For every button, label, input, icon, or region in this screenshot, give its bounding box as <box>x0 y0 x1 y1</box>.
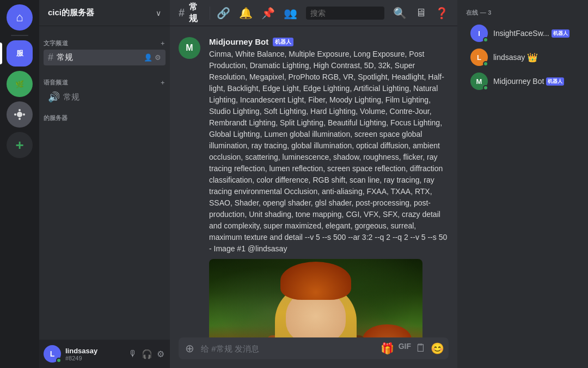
gif-icon[interactable]: GIF <box>399 342 411 355</box>
message-body-text: Cinma, White Balance, Multiple Exposure,… <box>209 50 447 253</box>
channel-name-voice: 常规 <box>63 92 161 102</box>
member-avatar-insightfaceswap: I <box>470 25 488 42</box>
help-icon[interactable]: ❓ <box>435 7 449 20</box>
crown-badge-icon: 👑 <box>527 52 538 63</box>
svg-point-2 <box>23 113 25 116</box>
svg-point-4 <box>14 113 16 116</box>
member-info-insightfaceswap: InsightFaceSw... 机器人 <box>493 29 575 38</box>
category-text[interactable]: 文字频道 ＋ <box>39 31 170 50</box>
member-item-midjourneybot[interactable]: M Midjourney Bot 机器人 <box>462 69 584 93</box>
message-input-area: ⊕ 🎁 GIF 🗒 😊 <box>170 337 457 368</box>
message-author: Midjourney Bot <box>209 37 268 46</box>
members-icon[interactable]: 👥 <box>284 7 297 20</box>
member-item-lindsasay[interactable]: L lindsasay 👑 <box>462 45 584 69</box>
gear-icon[interactable]: ⚙ <box>155 53 161 62</box>
user-info: lindsasay #8249 <box>65 347 123 361</box>
channel-actions: 👤 ⚙ <box>144 53 161 62</box>
inbox-icon[interactable]: 🖥 <box>415 7 426 19</box>
bot-badge: 机器人 <box>273 38 293 46</box>
input-right-icons: 🎁 GIF 🗒 😊 <box>381 342 444 355</box>
server-icon-green[interactable]: 🌿 <box>7 71 33 97</box>
message-group-midjourney: M Midjourney Bot 机器人 Cinma, White Balanc… <box>170 35 457 337</box>
add-voice-channel-icon[interactable]: ＋ <box>160 79 166 87</box>
topbar-actions: 🔗 🔔 📌 👥 🔍 🖥 ❓ <box>217 7 449 20</box>
members-header: 在线 — 3 <box>457 9 588 21</box>
member-name-midjourneybot: Midjourney Bot <box>493 77 544 86</box>
user-status-dot <box>56 358 62 363</box>
member-item-insightfaceswap[interactable]: I InsightFaceSw... 机器人 <box>462 21 584 45</box>
message-content-area: Midjourney Bot 机器人 Cinma, White Balance,… <box>209 37 449 337</box>
username: lindsasay <box>65 347 123 355</box>
main-content: # 常规 🔗 🔔 📌 👥 🔍 🖥 ❓ M Midjourney Bot 机器人 <box>170 0 457 368</box>
topbar-hash-icon: # <box>179 7 185 19</box>
svg-point-3 <box>19 118 21 120</box>
category-voice[interactable]: 语音频道 ＋ <box>39 70 170 89</box>
person-figure <box>267 259 365 337</box>
user-avatar: L <box>44 345 61 363</box>
server-icon-other[interactable] <box>7 101 33 128</box>
member-info-midjourneybot: Midjourney Bot 机器人 <box>493 77 575 86</box>
messages-area: M Midjourney Bot 机器人 Cinma, White Balanc… <box>170 26 457 337</box>
search-icon[interactable]: 🔍 <box>393 7 407 20</box>
topbar: # 常规 🔗 🔔 📌 👥 🔍 🖥 ❓ <box>170 0 457 26</box>
emoji-icon[interactable]: 😊 <box>431 342 444 355</box>
active-indicator <box>0 43 2 64</box>
bot-avatar: M <box>179 37 200 59</box>
mushroom-cap-right <box>363 324 412 337</box>
notification-icon[interactable]: 🔔 <box>239 7 253 20</box>
member-status-midjourneybot <box>483 85 488 91</box>
bot-tag-insightfaceswap: 机器人 <box>552 29 569 38</box>
channel-list: 文字频道 ＋ # 常规 👤 ⚙ 语音频道 ＋ 🔊 常规 的服务器 <box>39 26 170 340</box>
svg-point-1 <box>19 109 21 111</box>
channel-sidebar: cici的服务器 ∨ 文字频道 ＋ # 常规 👤 ⚙ 语音频道 ＋ 🔊 常规 的… <box>39 0 170 368</box>
server-icon-home[interactable]: ⌂ <box>7 4 33 31</box>
topbar-divider <box>210 7 210 20</box>
add-friend-icon[interactable]: 🔗 <box>217 7 230 20</box>
channel-item-normal[interactable]: # 常规 👤 ⚙ <box>44 50 166 65</box>
pin-icon[interactable]: 📌 <box>261 7 275 20</box>
server-name: cici的服务器 <box>48 8 94 18</box>
add-attachment-icon[interactable]: ⊕ <box>183 337 197 359</box>
message-header: Midjourney Bot 机器人 <box>209 37 449 46</box>
add-channel-icon[interactable]: ＋ <box>160 39 166 47</box>
user-avatar-initial: L <box>50 349 55 358</box>
channel-name-normal: 常规 <box>57 52 140 63</box>
bot-tag-midjourneybot: 机器人 <box>546 77 564 86</box>
speaker-icon: 🔊 <box>48 91 60 103</box>
member-status-insightfaceswap <box>483 37 488 43</box>
server-header[interactable]: cici的服务器 ∨ <box>39 0 170 26</box>
members-sidebar: 在线 — 3 I InsightFaceSw... 机器人 L lindsasa… <box>457 0 588 368</box>
server-group-label: 的服务器 <box>39 105 170 124</box>
server-group-text: 的服务器 <box>44 114 68 121</box>
member-name-lindsasay: lindsasay <box>493 53 525 62</box>
server-icon-cici[interactable]: 服 <box>7 40 33 67</box>
person-mushroom-hat <box>280 262 351 300</box>
gift-icon[interactable]: 🎁 <box>381 342 394 355</box>
category-voice-label: 语音频道 <box>44 79 68 87</box>
search-input[interactable] <box>306 7 384 20</box>
message-input[interactable] <box>201 338 376 359</box>
mute-microphone-icon[interactable]: 🎙 <box>127 348 138 360</box>
user-settings-icon[interactable]: ⚙ <box>156 348 166 360</box>
member-name-insightfaceswap: InsightFaceSw... <box>493 29 549 38</box>
channel-item-voice[interactable]: 🔊 常规 <box>44 89 166 105</box>
user-controls: 🎙 🎧 ⚙ <box>127 348 166 360</box>
user-tag: #8249 <box>65 355 123 361</box>
member-info-lindsasay: lindsasay 👑 <box>493 52 575 63</box>
server-icon-add[interactable]: + <box>7 132 33 158</box>
deafen-headphone-icon[interactable]: 🎧 <box>140 348 154 360</box>
user-icon[interactable]: 👤 <box>144 53 152 62</box>
member-avatar-midjourneybot: M <box>470 73 488 90</box>
member-initial: I <box>478 29 480 38</box>
member-initial-midjourney: M <box>476 77 482 86</box>
user-panel: L lindsasay #8249 🎙 🎧 ⚙ <box>39 340 170 368</box>
mushroom-right <box>363 324 412 337</box>
svg-point-0 <box>17 112 22 117</box>
member-status-lindsasay <box>483 61 488 67</box>
member-avatar-lindsasay: L <box>470 49 488 66</box>
chevron-down-icon: ∨ <box>156 9 161 17</box>
image-scene <box>209 259 422 337</box>
topbar-channel-name: 常规 <box>189 2 203 25</box>
sticker-icon[interactable]: 🗒 <box>415 342 426 355</box>
category-text-label: 文字频道 <box>44 39 68 47</box>
